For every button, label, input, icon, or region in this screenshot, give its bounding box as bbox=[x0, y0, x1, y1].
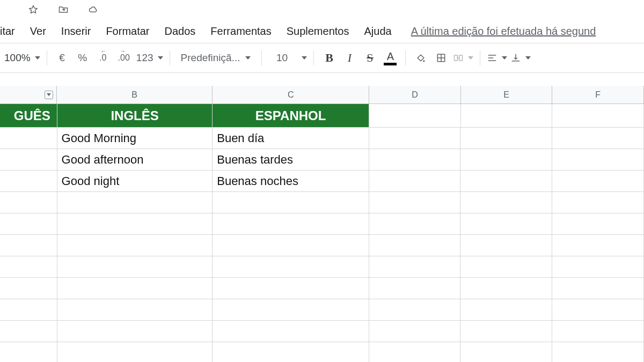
cell[interactable] bbox=[0, 299, 57, 321]
cell[interactable] bbox=[369, 256, 461, 278]
cell[interactable] bbox=[460, 149, 552, 171]
cell[interactable] bbox=[0, 321, 57, 342]
cell[interactable]: INGLÊS bbox=[57, 104, 213, 128]
cell[interactable] bbox=[57, 192, 213, 213]
more-formats-button[interactable]: 123 bbox=[136, 52, 163, 64]
cell[interactable] bbox=[369, 128, 461, 149]
decrease-decimal-button[interactable]: .0← bbox=[94, 47, 112, 69]
column-header-f[interactable]: F bbox=[552, 86, 644, 104]
vertical-align-button[interactable] bbox=[510, 53, 531, 63]
cell[interactable] bbox=[552, 321, 644, 342]
cell[interactable] bbox=[552, 235, 644, 256]
cell[interactable] bbox=[461, 104, 553, 128]
cell[interactable] bbox=[213, 278, 369, 299]
column-header-c[interactable]: C bbox=[213, 86, 369, 104]
cell[interactable] bbox=[552, 299, 644, 321]
cell[interactable] bbox=[57, 235, 213, 256]
cell[interactable] bbox=[369, 299, 461, 321]
cell[interactable] bbox=[369, 104, 461, 128]
cell[interactable] bbox=[213, 213, 369, 235]
cell[interactable] bbox=[213, 299, 369, 321]
italic-button[interactable]: I bbox=[341, 47, 358, 69]
cell[interactable] bbox=[0, 235, 57, 256]
cell[interactable] bbox=[0, 171, 57, 192]
cell[interactable]: Buenas tardes bbox=[213, 149, 369, 171]
cell[interactable] bbox=[460, 256, 552, 278]
cell[interactable] bbox=[460, 342, 552, 362]
text-color-button[interactable]: A bbox=[382, 47, 399, 69]
menu-data[interactable]: Dados bbox=[157, 22, 203, 41]
cell[interactable] bbox=[0, 149, 57, 171]
increase-decimal-button[interactable]: .00→ bbox=[115, 47, 133, 69]
cell[interactable] bbox=[460, 192, 552, 213]
zoom-select[interactable]: 100% bbox=[4, 52, 40, 64]
cell[interactable] bbox=[552, 128, 644, 149]
cell[interactable] bbox=[369, 321, 461, 342]
filter-icon[interactable] bbox=[45, 91, 53, 99]
cloud-saved-icon[interactable] bbox=[85, 0, 102, 20]
bold-button[interactable]: B bbox=[320, 47, 338, 69]
cell[interactable] bbox=[57, 213, 213, 235]
menu-view[interactable]: Ver bbox=[23, 22, 54, 41]
cell[interactable] bbox=[369, 213, 461, 235]
cell[interactable] bbox=[57, 278, 213, 299]
cell[interactable] bbox=[0, 128, 57, 149]
cell[interactable] bbox=[0, 278, 57, 299]
star-icon[interactable] bbox=[25, 0, 42, 20]
format-percent-button[interactable]: % bbox=[74, 47, 91, 69]
cell[interactable] bbox=[57, 342, 213, 362]
menu-tools[interactable]: Ferramentas bbox=[203, 22, 279, 41]
cell[interactable] bbox=[57, 299, 213, 321]
column-header-b[interactable]: B bbox=[57, 86, 213, 104]
menu-addons[interactable]: Suplementos bbox=[279, 22, 357, 41]
fill-color-button[interactable] bbox=[412, 47, 429, 69]
cell[interactable] bbox=[213, 192, 369, 213]
cell[interactable] bbox=[0, 256, 57, 278]
cell[interactable] bbox=[552, 171, 644, 192]
cell[interactable] bbox=[552, 192, 644, 213]
cell[interactable] bbox=[213, 342, 369, 362]
cell[interactable] bbox=[460, 128, 552, 149]
horizontal-align-button[interactable] bbox=[487, 53, 507, 63]
cell[interactable] bbox=[552, 342, 644, 362]
cell[interactable] bbox=[552, 104, 644, 128]
last-edit-link[interactable]: A última edição foi efetuada há segund bbox=[411, 25, 596, 38]
format-currency-button[interactable]: € bbox=[54, 47, 71, 69]
menu-insert[interactable]: Inserir bbox=[54, 22, 99, 41]
cell[interactable] bbox=[57, 256, 213, 278]
cell[interactable] bbox=[460, 171, 552, 192]
menu-edit[interactable]: itar bbox=[0, 22, 23, 41]
cell[interactable] bbox=[552, 278, 644, 299]
cell[interactable] bbox=[369, 149, 461, 171]
move-to-folder-icon[interactable] bbox=[55, 0, 72, 20]
column-header-d[interactable]: D bbox=[369, 86, 461, 104]
cell[interactable] bbox=[369, 192, 461, 213]
borders-button[interactable] bbox=[433, 47, 450, 69]
cell[interactable]: Good night bbox=[57, 171, 213, 192]
cell[interactable]: Buen día bbox=[213, 128, 369, 149]
cell[interactable] bbox=[552, 213, 644, 235]
cell[interactable] bbox=[552, 256, 644, 278]
cell[interactable] bbox=[0, 192, 57, 213]
strikethrough-button[interactable]: S bbox=[361, 47, 378, 69]
cell[interactable]: ESPANHOL bbox=[213, 104, 369, 128]
cell[interactable] bbox=[552, 149, 644, 171]
menu-help[interactable]: Ajuda bbox=[356, 22, 399, 41]
cell[interactable] bbox=[0, 342, 57, 362]
cell[interactable] bbox=[460, 321, 552, 342]
cell[interactable] bbox=[213, 256, 369, 278]
font-family-select[interactable]: Predefiniçã... bbox=[177, 47, 255, 69]
menu-format[interactable]: Formatar bbox=[98, 22, 157, 41]
cell[interactable] bbox=[460, 278, 552, 299]
cell[interactable] bbox=[369, 171, 461, 192]
cell[interactable]: Good Morning bbox=[57, 128, 213, 149]
cell[interactable] bbox=[369, 235, 461, 256]
cell[interactable] bbox=[369, 278, 461, 299]
cell[interactable] bbox=[369, 342, 461, 362]
font-size-select[interactable]: 10 bbox=[268, 48, 307, 68]
cell[interactable] bbox=[460, 213, 552, 235]
column-header-a[interactable] bbox=[0, 86, 57, 104]
column-header-e[interactable]: E bbox=[461, 86, 553, 104]
cell[interactable]: Good afternoon bbox=[57, 149, 213, 171]
cell[interactable]: GUÊS bbox=[0, 104, 57, 128]
